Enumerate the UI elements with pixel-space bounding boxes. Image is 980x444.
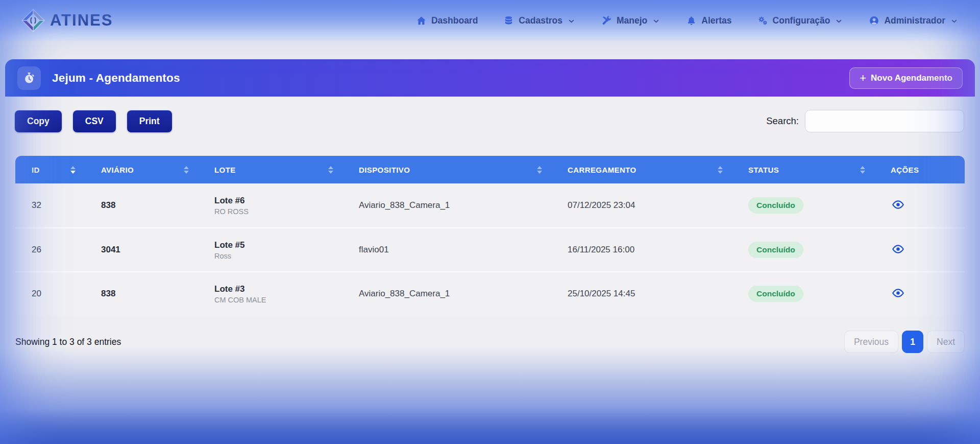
next-page-button[interactable]: Next [927, 331, 965, 353]
sort-icon [328, 166, 333, 174]
stopwatch-icon [17, 66, 41, 90]
previous-page-button[interactable]: Previous [844, 331, 898, 353]
pagination: Previous 1 Next [844, 331, 965, 353]
cell-acoes [874, 242, 965, 258]
column-label: CARREGAMENTO [568, 166, 636, 174]
column-label: LOTE [214, 166, 236, 174]
cell-acoes [874, 197, 965, 214]
user-icon [869, 15, 879, 26]
nav-label: Manejo [617, 15, 647, 26]
view-button[interactable] [891, 242, 905, 256]
novo-agendamento-label: Novo Agendamento [871, 73, 952, 83]
status-badge: Concluído [748, 242, 803, 258]
nav-label: Dashboard [431, 15, 478, 26]
database-icon [503, 15, 514, 26]
cell-lote: Lote #3 CM COB MALE [198, 284, 342, 304]
sort-icon [70, 166, 76, 174]
view-button[interactable] [891, 286, 905, 300]
lote-name: Lote #3 [214, 284, 342, 294]
entries-summary: Showing 1 to 3 of 3 entries [15, 337, 121, 347]
nav-items: Dashboard Cadastros Manejo Alertas [416, 15, 959, 26]
column-header-lote[interactable]: LOTE [198, 156, 342, 183]
page-header-bar: Jejum - Agendamentos + Novo Agendamento [5, 59, 975, 97]
nav-item-alertas[interactable]: Alertas [686, 15, 731, 26]
table-header-row: ID AVIÁRIO LOTE DISPOSITIVO CARREGAMENTO… [15, 156, 965, 183]
eye-icon [892, 287, 904, 299]
view-button[interactable] [891, 197, 905, 212]
lote-name: Lote #6 [214, 196, 342, 206]
cell-id: 26 [15, 245, 85, 255]
column-header-status[interactable]: STATUS [732, 156, 874, 183]
nav-item-cadastros[interactable]: Cadastros [503, 15, 576, 26]
cell-aviario: 3041 [85, 245, 198, 255]
page-1-button[interactable]: 1 [902, 331, 923, 353]
column-header-acoes: AÇÕES [874, 156, 965, 183]
column-header-id[interactable]: ID [15, 156, 85, 183]
search-area: Search: [766, 110, 964, 132]
nav-item-dashboard[interactable]: Dashboard [416, 15, 478, 26]
cell-status: Concluído [732, 197, 874, 214]
cell-id: 32 [15, 200, 85, 211]
top-navbar: ATINES Dashboard Cadastros Manejo [0, 0, 980, 41]
copy-button[interactable]: Copy [15, 110, 62, 132]
lote-detail: RO ROSS [214, 207, 342, 216]
status-badge: Concluído [748, 197, 803, 214]
nav-label: Administrador [884, 15, 945, 26]
nav-label: Cadastros [519, 15, 562, 26]
pinwheel-diamond-icon [21, 9, 45, 32]
table-row: 32 838 Lote #6 RO ROSS Aviario_838_Camer… [15, 183, 965, 227]
cell-acoes [874, 286, 965, 302]
column-label: AÇÕES [891, 166, 919, 174]
nav-label: Configuração [773, 15, 830, 26]
sort-icon [184, 166, 189, 174]
status-badge: Concluído [748, 286, 803, 302]
brand-logo[interactable]: ATINES [21, 9, 113, 32]
cell-dispositivo: flavio01 [342, 245, 551, 255]
page-title: Jejum - Agendamentos [52, 72, 180, 85]
table-toolbar: Copy CSV Print Search: [15, 110, 964, 132]
sort-icon [860, 166, 865, 174]
cell-aviario: 838 [85, 289, 198, 299]
tools-icon [601, 15, 612, 26]
lote-detail: Ross [214, 252, 342, 260]
column-label: ID [32, 166, 40, 174]
cell-id: 20 [15, 289, 85, 299]
search-label: Search: [766, 115, 799, 127]
table-footer: Showing 1 to 3 of 3 entries Previous 1 N… [15, 315, 965, 373]
cell-lote: Lote #5 Ross [198, 240, 342, 260]
column-header-carregamento[interactable]: CARREGAMENTO [551, 156, 732, 183]
chevron-down-icon [835, 16, 843, 26]
cell-carregamento: 16/11/2025 16:00 [551, 245, 732, 255]
chevron-down-icon [567, 16, 576, 26]
eye-icon [892, 243, 904, 255]
gears-icon [757, 15, 768, 26]
print-button[interactable]: Print [127, 110, 172, 132]
home-icon [416, 15, 427, 26]
bell-icon [686, 15, 697, 26]
sort-icon [537, 166, 542, 174]
nav-item-manejo[interactable]: Manejo [601, 15, 660, 26]
table-row: 20 838 Lote #3 CM COB MALE Aviario_838_C… [15, 271, 965, 315]
chevron-down-icon [652, 16, 660, 26]
cell-status: Concluído [732, 242, 874, 258]
eye-icon [892, 198, 904, 211]
sort-icon [718, 166, 723, 174]
cell-carregamento: 07/12/2025 23:04 [551, 200, 732, 211]
column-header-dispositivo[interactable]: DISPOSITIVO [342, 156, 551, 183]
nav-item-configuracao[interactable]: Configuração [757, 15, 844, 26]
lote-name: Lote #5 [214, 240, 342, 250]
column-header-aviario[interactable]: AVIÁRIO [85, 156, 198, 183]
chevron-down-icon [950, 16, 959, 26]
search-input[interactable] [805, 110, 964, 132]
column-label: DISPOSITIVO [359, 166, 410, 174]
nav-label: Alertas [701, 15, 731, 26]
lote-detail: CM COB MALE [214, 296, 342, 304]
csv-button[interactable]: CSV [73, 110, 116, 132]
agendamentos-table: ID AVIÁRIO LOTE DISPOSITIVO CARREGAMENTO… [15, 156, 965, 315]
plus-icon: + [860, 74, 866, 82]
nav-item-administrador[interactable]: Administrador [869, 15, 959, 26]
cell-status: Concluído [732, 286, 874, 302]
novo-agendamento-button[interactable]: + Novo Agendamento [849, 67, 963, 89]
column-label: STATUS [748, 166, 779, 174]
cell-dispositivo: Aviario_838_Camera_1 [342, 200, 551, 211]
